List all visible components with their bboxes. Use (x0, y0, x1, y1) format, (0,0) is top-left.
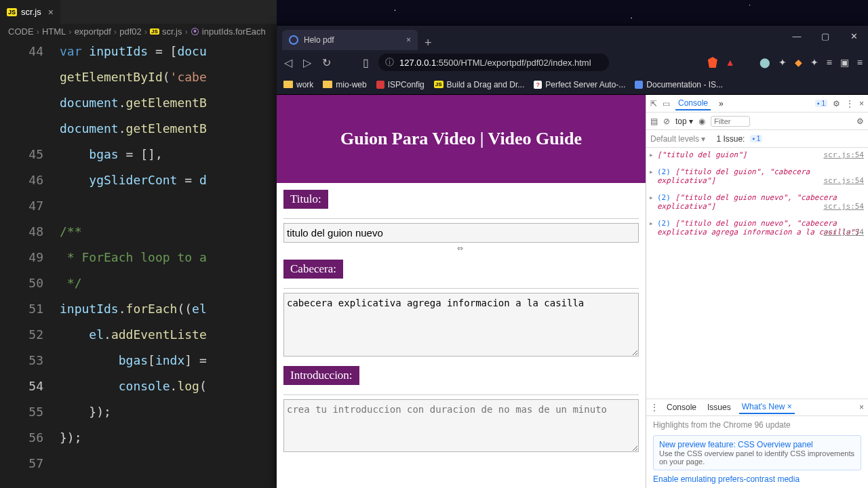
minimize-button[interactable]: — (783, 26, 811, 46)
kebab-icon[interactable]: ⋮ (846, 99, 854, 108)
crumb[interactable]: scr.js (162, 26, 182, 37)
crumb[interactable]: inputIds.forEach (202, 26, 266, 37)
clear-icon[interactable]: ⊘ (663, 117, 670, 126)
bookmark-drag[interactable]: JSBuild a Drag and Dr... (434, 80, 525, 89)
tab-more[interactable]: » (716, 98, 726, 110)
eye-icon[interactable]: ◉ (698, 117, 705, 126)
menu-icon[interactable]: ≡ (857, 57, 863, 68)
levels-select[interactable]: Default levels ▾ (650, 134, 705, 144)
page-viewport[interactable]: Guion Para Video | Video Guide Titulo: ⇔… (277, 95, 646, 488)
console-output[interactable]: ▸["titulo del guion"]scr.js:54 ▸(2) ["ti… (646, 148, 868, 399)
drawer-whatsnew[interactable]: What's New × (739, 401, 795, 414)
close-icon[interactable]: × (406, 35, 411, 45)
resize-handle-icon[interactable]: ⇔ (283, 244, 639, 253)
log-source[interactable]: scr.js:54 (823, 150, 864, 159)
crumb[interactable]: exportpdf (75, 26, 111, 37)
bookmark-work[interactable]: work (283, 80, 313, 89)
url-port: :5500 (436, 58, 458, 68)
ext-icon[interactable]: ▣ (840, 57, 849, 68)
console-log[interactable]: ▸(2) ["titulo del guion nuevo", "cabecer… (649, 193, 865, 211)
bookmark-label: Build a Drag and Dr... (447, 80, 525, 89)
maximize-button[interactable]: ▢ (811, 26, 840, 46)
browser-tab[interactable]: Helo pdf × (282, 30, 418, 50)
introduccion-input[interactable] (283, 399, 639, 452)
site-info-icon[interactable]: ⓘ (385, 56, 394, 68)
close-icon[interactable]: × (48, 7, 54, 18)
crumb[interactable]: CODE (8, 26, 34, 37)
bookmarks-bar: work mio-web ISPConfig JSBuild a Drag an… (277, 75, 868, 95)
ext-icon[interactable]: ⬤ (760, 57, 770, 68)
browser-toolbar: ◁ ▷ ↻ ▯ ⓘ 127.0.0.1:5500/HTML/exportpdf/… (277, 50, 868, 75)
issue-badge[interactable]: ▪ 1 (750, 135, 762, 142)
log-count: (2) (657, 167, 671, 176)
issue-badge[interactable]: ▪ 1 (815, 100, 827, 107)
inspect-icon[interactable]: ⇱ (650, 99, 657, 108)
context-select[interactable]: top ▾ (675, 117, 693, 126)
tab-title: Helo pdf (304, 35, 334, 45)
folder-icon (283, 81, 293, 88)
bookmark-docs[interactable]: Documentation - IS... (635, 80, 723, 89)
close-window-button[interactable]: ✕ (840, 26, 868, 46)
close-icon[interactable]: × (859, 99, 864, 108)
ext-icon[interactable]: ◆ (795, 57, 802, 68)
tab-console[interactable]: Console (675, 97, 711, 110)
ext-icon[interactable]: ≡ (827, 57, 832, 68)
drawer-console[interactable]: Console (664, 401, 699, 413)
ext-icon[interactable]: ✦ (778, 57, 787, 68)
forward-button[interactable]: ▷ (301, 56, 313, 69)
gear-icon[interactable]: ⚙ (856, 117, 864, 126)
address-bar[interactable]: ⓘ 127.0.0.1:5500/HTML/exportpdf/pdf02/in… (378, 54, 609, 71)
log-source[interactable]: scr.js:54 (823, 202, 864, 211)
tab-scr-js[interactable]: JS scr.js × (0, 0, 60, 24)
page-header: Guion Para Video | Video Guide (277, 95, 646, 183)
close-icon[interactable]: × (859, 403, 864, 412)
bookmark-label: Perfect Server Auto-... (545, 80, 625, 89)
new-tab-button[interactable]: + (418, 36, 439, 50)
log-text: ["titulo del guion nuevo", "cabecera exp… (657, 193, 837, 211)
bookmark-mio-web[interactable]: mio-web (323, 80, 366, 89)
crumb[interactable]: HTML (42, 26, 66, 37)
tab-filename: scr.js (21, 7, 41, 17)
titulo-label: Titulo: (283, 190, 328, 209)
reader-icon[interactable]: ▯ (359, 56, 372, 69)
back-button[interactable]: ◁ (282, 56, 294, 69)
close-icon[interactable]: × (787, 402, 792, 411)
extensions-icon[interactable]: ✦ (810, 57, 818, 68)
console-log[interactable]: ▸["titulo del guion"]scr.js:54 (649, 150, 865, 159)
badge-count: 1 (821, 100, 825, 107)
gear-icon[interactable]: ⚙ (833, 99, 840, 108)
line-gutter: 44 454647484950 51525354555657 (0, 39, 60, 476)
js-icon: JS (150, 28, 159, 35)
log-source[interactable]: scr.js:54 (823, 176, 864, 185)
site-icon (635, 81, 643, 89)
console-log[interactable]: ▸(2) ["titulo del guion", "cabecera expl… (649, 167, 865, 185)
log-source[interactable]: scr.js:54 (823, 228, 864, 237)
site-icon: ? (534, 81, 542, 89)
whatsnew-item[interactable]: New preview feature: CSS Overview panel … (653, 435, 861, 470)
browser-window: Helo pdf × + — ▢ ✕ ◁ ▷ ↻ ▯ ⓘ 127.0.0.1:5… (277, 26, 868, 488)
wn-desc: Use the CSS overview panel to identify C… (659, 449, 855, 466)
console-log[interactable]: ▸(2) ["titulo del guion nuevo", "cabecer… (649, 219, 865, 237)
bookmark-server[interactable]: ?Perfect Server Auto-... (534, 80, 625, 89)
filter-input[interactable] (711, 116, 750, 127)
device-icon[interactable]: ▭ (663, 99, 670, 108)
crumb[interactable]: pdf02 (119, 26, 142, 37)
bookmark-ispconfig[interactable]: ISPConfig (376, 80, 425, 89)
bookmark-label: ISPConfig (388, 80, 425, 89)
reload-button[interactable]: ↻ (320, 56, 332, 69)
wn-title: New preview feature: CSS Overview panel (659, 440, 855, 449)
drawer-issues[interactable]: Issues (705, 401, 734, 413)
whatsnew-link[interactable]: Enable emulating prefers-contrast media (653, 474, 861, 484)
bookmark-label: work (296, 80, 313, 89)
whatsnew-panel: Highlights from the Chrome 96 update New… (646, 416, 868, 488)
warning-icon[interactable]: ▲ (726, 57, 735, 68)
sidebar-icon[interactable]: ▤ (650, 117, 658, 126)
log-text: ["titulo del guion", "cabecera explicati… (657, 167, 810, 185)
cabecera-input[interactable] (283, 293, 639, 357)
url-host: 127.0.0.1 (399, 58, 436, 68)
brave-shields-icon[interactable] (708, 57, 717, 68)
devtools-panel: ⇱ ▭ Console » ▪ 1 ⚙ ⋮ × ▤ ⊘ top ▾ ◉ ⚙ De… (646, 95, 868, 488)
kebab-icon[interactable]: ⋮ (650, 403, 658, 412)
titulo-input[interactable] (283, 223, 639, 243)
devtools-tabs: ⇱ ▭ Console » ▪ 1 ⚙ ⋮ × (646, 95, 868, 113)
